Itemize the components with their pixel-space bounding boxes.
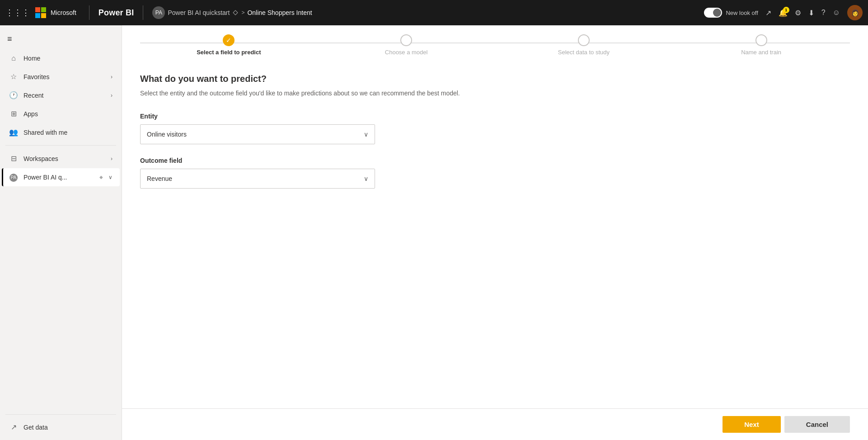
new-look-label: New look off <box>726 9 758 16</box>
outcome-section: Outcome field Revenue ∨ <box>140 157 850 189</box>
sidebar-item-workspaces[interactable]: ⊟ Workspaces › <box>2 150 120 167</box>
diamond-workspace-icon: ◆ <box>99 175 103 180</box>
sidebar-item-shared[interactable]: 👥 Shared with me <box>2 123 120 141</box>
outcome-dropdown[interactable]: Revenue ∨ <box>140 169 375 189</box>
workspaces-icon: ⊟ <box>9 154 18 163</box>
user-avatar[interactable]: 👩 <box>847 5 863 20</box>
recent-icon: 🕐 <box>9 91 18 99</box>
step-label-3: Select data to study <box>558 49 610 56</box>
outcome-label: Outcome field <box>140 157 850 164</box>
form-subtitle: Select the entity and the outcome field … <box>140 89 850 98</box>
chevron-down-icon: ∨ <box>108 174 113 180</box>
sidebar: ≡ ⌂ Home ☆ Favorites › 🕐 Recent › ⊞ Apps… <box>0 25 122 440</box>
breadcrumb-separator: > <box>241 9 244 16</box>
notifications-button[interactable]: 🔔 1 <box>779 9 788 17</box>
sidebar-item-home[interactable]: ⌂ Home <box>2 50 120 67</box>
step-circle-2 <box>400 34 412 46</box>
sidebar-item-favorites[interactable]: ☆ Favorites › <box>2 68 120 85</box>
sidebar-label-favorites: Favorites <box>23 73 105 80</box>
shared-icon: 👥 <box>9 128 18 137</box>
entity-label: Entity <box>140 113 850 120</box>
outcome-dropdown-arrow: ∨ <box>364 175 368 182</box>
footer: Next Cancel <box>122 408 868 440</box>
step-label-2: Choose a model <box>385 49 428 56</box>
sidebar-label-powerbi: Power BI AI q... <box>23 174 94 181</box>
breadcrumb-icon[interactable]: PA <box>152 6 165 19</box>
sidebar-hamburger[interactable]: ≡ <box>0 29 122 49</box>
apps-icon: ⊞ <box>9 109 18 118</box>
app-name: Power BI <box>99 8 134 18</box>
step-label-1: Select a field to predict <box>197 49 261 56</box>
get-data-icon: ↗ <box>9 423 18 431</box>
new-look-toggle-container[interactable]: New look off <box>704 8 758 18</box>
form-title: What do you want to predict? <box>140 74 850 84</box>
breadcrumb-current-page: Online Shoppers Intent <box>247 9 312 16</box>
wizard-step-name-train: Name and train <box>672 34 850 56</box>
cancel-button[interactable]: Cancel <box>784 416 850 433</box>
sidebar-bottom: ↗ Get data <box>0 411 122 436</box>
sidebar-divider-bottom <box>5 414 116 415</box>
sidebar-item-get-data[interactable]: ↗ Get data <box>2 418 120 436</box>
sidebar-label-get-data: Get data <box>23 424 113 431</box>
grid-icon[interactable]: ⋮⋮⋮ <box>5 8 30 18</box>
topbar-divider2 <box>143 5 143 20</box>
chevron-right-icon: › <box>111 74 113 80</box>
entity-dropdown-arrow: ∨ <box>364 131 368 138</box>
sidebar-item-recent[interactable]: 🕐 Recent › <box>2 86 120 104</box>
wizard-step-select-data: Select data to study <box>495 34 673 56</box>
feedback-button[interactable]: ☺ <box>833 9 840 17</box>
home-icon: ⌂ <box>9 54 18 62</box>
download-button[interactable]: ⬇ <box>808 9 814 17</box>
outcome-dropdown-value: Revenue <box>147 175 172 182</box>
topbar: ⋮⋮⋮ Microsoft Power BI PA Power BI AI qu… <box>0 0 868 25</box>
next-button[interactable]: Next <box>723 416 781 433</box>
step-circle-4 <box>755 34 767 46</box>
main-layout: ≡ ⌂ Home ☆ Favorites › 🕐 Recent › ⊞ Apps… <box>0 25 868 440</box>
content-area: ✓ Select a field to predict Choose a mod… <box>122 25 868 440</box>
expand-icon[interactable]: ↗ <box>765 9 771 17</box>
help-button[interactable]: ? <box>821 9 826 17</box>
topbar-right-section: New look off ↗ 🔔 1 ⚙ ⬇ ? ☺ 👩 <box>704 5 863 20</box>
step-label-4: Name and train <box>741 49 781 56</box>
powerbi-workspace-icon: PA <box>9 173 18 182</box>
sidebar-label-workspaces: Workspaces <box>23 155 105 162</box>
settings-button[interactable]: ⚙ <box>795 9 801 17</box>
wizard-steps: ✓ Select a field to predict Choose a mod… <box>122 25 868 60</box>
topbar-divider <box>89 5 89 20</box>
entity-section: Entity Online visitors ∨ <box>140 113 850 144</box>
new-look-toggle[interactable] <box>704 8 722 18</box>
diamond-icon <box>233 10 238 15</box>
notification-badge: 1 <box>783 7 789 13</box>
entity-dropdown-value: Online visitors <box>147 131 187 138</box>
sidebar-label-apps: Apps <box>23 110 113 118</box>
step-circle-1: ✓ <box>223 34 235 46</box>
favorites-icon: ☆ <box>9 72 18 81</box>
step-circle-3 <box>578 34 590 46</box>
sidebar-label-recent: Recent <box>23 92 105 99</box>
sidebar-divider <box>5 145 116 146</box>
sidebar-item-powerbi[interactable]: PA Power BI AI q... ◆ ∨ <box>2 168 120 186</box>
toggle-knob <box>713 9 721 17</box>
sidebar-label-shared: Shared with me <box>23 129 113 136</box>
entity-dropdown[interactable]: Online visitors ∨ <box>140 124 375 144</box>
chevron-right-icon3: › <box>111 156 113 162</box>
form-content: What do you want to predict? Select the … <box>122 60 868 408</box>
wizard-step-choose-model: Choose a model <box>318 34 495 56</box>
breadcrumb-workspace[interactable]: Power BI AI quickstart <box>168 9 230 16</box>
microsoft-logo[interactable]: Microsoft <box>35 7 76 18</box>
breadcrumb: PA Power BI AI quickstart > Online Shopp… <box>152 6 312 19</box>
sidebar-item-apps[interactable]: ⊞ Apps <box>2 105 120 123</box>
sidebar-label-home: Home <box>23 55 113 62</box>
wizard-step-select-field: ✓ Select a field to predict <box>140 34 318 56</box>
chevron-right-icon2: › <box>111 92 113 99</box>
